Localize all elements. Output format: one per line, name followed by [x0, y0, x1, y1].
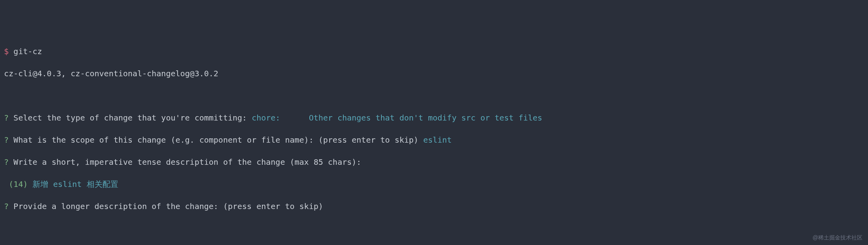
- question-mark-icon: ?: [4, 157, 9, 167]
- question-3: ? Write a short, imperative tense descri…: [4, 156, 864, 168]
- question-1: ? Select the type of change that you're …: [4, 112, 864, 123]
- question-mark-icon: ?: [4, 113, 9, 122]
- command-text: git-cz: [13, 47, 42, 56]
- desc-word: eslint: [53, 179, 81, 189]
- prompt-symbol: $: [4, 47, 9, 56]
- blank-line-2: [4, 223, 864, 234]
- question-2-answer: eslint: [423, 135, 452, 145]
- question-4-text: Provide a longer description of the chan…: [13, 202, 323, 211]
- version-line: cz-cli@4.0.3, cz-conventional-changelog@…: [4, 68, 864, 79]
- desc-cjk-1: 新增: [32, 179, 48, 189]
- description-line: (14) 新增 eslint 相关配置: [4, 179, 864, 190]
- question-mark-icon: ?: [4, 135, 9, 145]
- blank-line-1: [4, 90, 864, 101]
- question-mark-icon: ?: [4, 202, 9, 211]
- char-count: (14): [9, 179, 28, 189]
- question-1-text: Select the type of change that you're co…: [13, 113, 247, 122]
- question-4: ? Provide a longer description of the ch…: [4, 201, 864, 212]
- question-2: ? What is the scope of this change (e.g.…: [4, 134, 864, 145]
- question-1-answer: chore: Other changes that don't modify s…: [252, 113, 542, 122]
- question-2-text: What is the scope of this change (e.g. c…: [13, 135, 419, 145]
- command-line: $ git-cz: [4, 46, 864, 57]
- desc-cjk-2: 相关配置: [87, 179, 118, 189]
- watermark: @稀土掘金技术社区: [813, 234, 862, 242]
- question-3-text: Write a short, imperative tense descript…: [13, 157, 361, 167]
